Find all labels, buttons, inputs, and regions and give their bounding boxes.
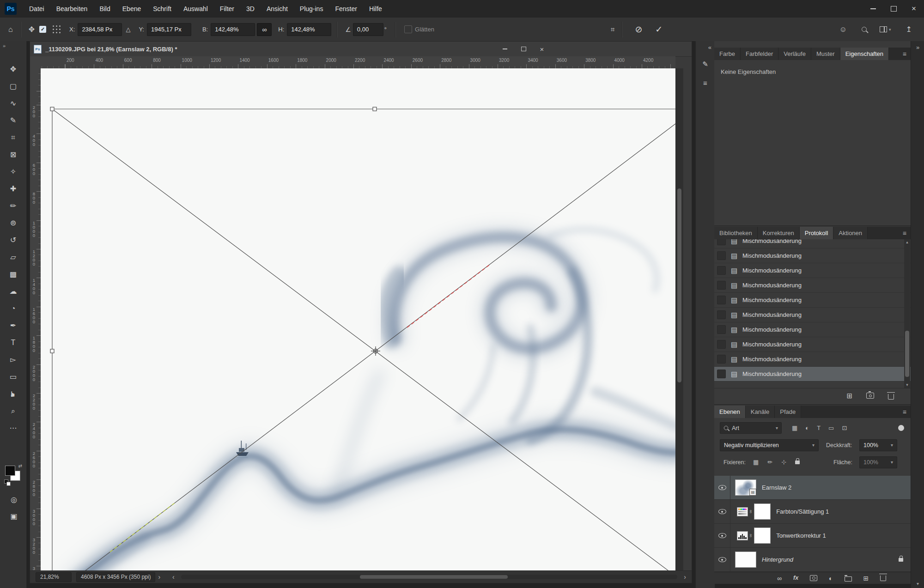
lasso-tool[interactable]: ∿ [5,97,22,110]
history-entry[interactable]: ▤Mischmodusänderung [714,293,911,308]
layer-visibility-toggle[interactable] [714,500,730,523]
blend-mode-select[interactable]: Negativ multiplizieren ▾ [720,439,819,451]
layer-row[interactable]: ∞Tonwertkorrektur 1 [714,524,911,548]
eyedropper-tool[interactable]: ✧ [5,165,22,179]
history-source-well[interactable] [717,340,726,349]
ruler-origin-corner[interactable] [30,56,41,69]
menu-3d[interactable]: 3D [240,0,261,18]
type-tool[interactable]: T [5,336,22,350]
share-icon[interactable]: ↥ [904,25,914,34]
window-maximize-button[interactable] [883,0,904,18]
tab-menu-icon[interactable]: ≡ [899,48,911,60]
foreground-color-swatch[interactable] [5,466,15,476]
delete-layer-trash-icon[interactable] [880,576,886,581]
brush-settings-panel-icon[interactable]: ✎ [699,58,711,70]
expand-panels-icon[interactable]: « [708,44,711,51]
reference-point-locator-icon[interactable] [53,25,61,34]
history-entry[interactable]: ▤Mischmodusänderung [714,263,911,278]
history-entry[interactable]: ▤Mischmodusänderung [714,367,911,382]
history-entry[interactable]: ▤Mischmodusänderung [714,278,911,293]
history-scrollbar[interactable]: ▴ ▾ [904,239,910,388]
tab-pfade[interactable]: Pfade [775,406,801,418]
layer-filter-type-select[interactable]: Art ▾ [720,422,782,434]
history-entry[interactable]: ▤Mischmodusänderung [714,239,911,249]
filter-shape-layers-icon[interactable]: ▭ [828,424,834,431]
menu-auswahl[interactable]: Auswahl [177,0,214,18]
vertical-ruler[interactable]: 2004006008001000120014001600180020002200… [30,68,41,572]
history-entry[interactable]: ▤Mischmodusänderung [714,337,911,352]
document-titlebar[interactable]: Ps _1130209.JPG bei 21,8% (Earnslaw 2, R… [30,42,692,57]
pen-tool[interactable]: ✒ [5,319,22,333]
tab-ebenen[interactable]: Ebenen [714,406,746,418]
rectangle-tool[interactable]: ▭ [5,370,22,384]
y-position-field[interactable]: 1945,17 Px [147,23,191,36]
add-layer-mask-icon[interactable] [810,575,817,581]
history-scrollbar-thumb[interactable] [905,331,909,377]
edit-toolbar[interactable]: ⋯ [5,421,22,435]
rotation-field[interactable]: 0,00 [353,23,383,36]
crop-tool[interactable]: ⌗ [5,131,22,145]
frame-tool[interactable]: ⊠ [5,148,22,162]
history-source-well[interactable] [717,370,726,378]
new-layer-icon[interactable]: ⊞ [863,575,869,582]
path-selection-tool[interactable]: ▻ [5,353,22,367]
history-source-well[interactable] [717,310,726,319]
commit-transform-button[interactable]: ✓ [649,24,669,35]
layer-row[interactable]: ∞Farbton/Sättigung 1 [714,500,911,524]
hue-saturation-adjustment-icon[interactable] [737,507,748,516]
tab-menu-icon[interactable]: ≡ [899,406,911,418]
account-icon[interactable]: ☺ [838,25,849,34]
tab-aktionen[interactable]: Aktionen [833,227,868,239]
home-icon[interactable]: ⌂ [6,25,15,34]
layer-visibility-toggle[interactable] [714,548,730,571]
screen-mode-button[interactable]: ▣ [6,509,22,523]
doc-maximize-button[interactable] [514,42,533,56]
scroll-right-icon[interactable]: › [681,573,689,581]
tab-farbe[interactable]: Farbe [714,48,741,60]
tab-kanäle[interactable]: Kanäle [746,406,775,418]
dodge-tool[interactable]: ◔ [5,302,22,315]
menu-filter[interactable]: Filter [214,0,240,18]
layer-visibility-toggle[interactable] [714,524,730,547]
scroll-left-icon[interactable]: ‹ [170,573,177,581]
layer-mask-thumbnail[interactable] [754,527,771,544]
menu-hilfe[interactable]: Hilfe [363,0,388,18]
blur-tool[interactable]: ☁ [5,285,22,298]
width-field[interactable]: 142,48% [211,23,255,36]
horizontal-scrollbar[interactable] [181,575,678,579]
tab-korrekturen[interactable]: Korrekturen [758,227,800,239]
menu-ansicht[interactable]: Ansicht [261,0,294,18]
levels-adjustment-icon[interactable] [737,531,748,540]
vertical-scrollbar[interactable] [675,68,683,572]
link-layers-icon[interactable]: ∞ [777,575,782,582]
doc-minimize-button[interactable] [496,42,514,56]
height-field[interactable]: 142,48% [287,23,331,36]
mask-link-chain-icon[interactable]: ∞ [748,534,754,537]
eraser-tool[interactable]: ▱ [5,250,22,264]
filter-smart-objects-icon[interactable]: ⊡ [842,424,847,431]
lock-position-icon[interactable]: ⊹ [781,459,786,466]
fill-select[interactable]: 100% ▾ [859,456,897,468]
tab-farbfelder[interactable]: Farbfelder [741,48,778,60]
layer-style-fx-icon[interactable]: fx [793,575,798,581]
filter-toggle-icon[interactable] [898,425,904,431]
vertical-scrollbar-thumb[interactable] [677,188,681,382]
opacity-select[interactable]: 100% ▾ [859,439,897,451]
new-snapshot-camera-icon[interactable] [866,393,874,399]
menu-plug-ins[interactable]: Plug-ins [294,0,329,18]
scroll-up-icon[interactable]: ▴ [904,239,910,245]
history-entry[interactable]: ▤Mischmodusänderung [714,322,911,337]
hand-tool[interactable]: ☛ [5,387,22,401]
tab-muster[interactable]: Muster [811,48,840,60]
lock-all-icon[interactable] [795,461,800,464]
marquee-tool[interactable]: ▢ [5,79,22,93]
history-source-well[interactable] [717,281,726,290]
status-options-chevron-icon[interactable]: › [155,573,163,581]
window-minimize-button[interactable] [863,0,883,18]
new-adjustment-layer-icon[interactable]: ◐ [829,575,833,582]
maintain-aspect-ratio-button[interactable]: ∞ [257,23,272,36]
menu-bearbeiten[interactable]: Bearbeiten [50,0,94,18]
lock-transparent-pixels-icon[interactable]: ▦ [753,459,759,466]
tab-menu-icon[interactable]: ≡ [899,227,911,239]
filter-type-layers-icon[interactable]: T [817,424,821,431]
